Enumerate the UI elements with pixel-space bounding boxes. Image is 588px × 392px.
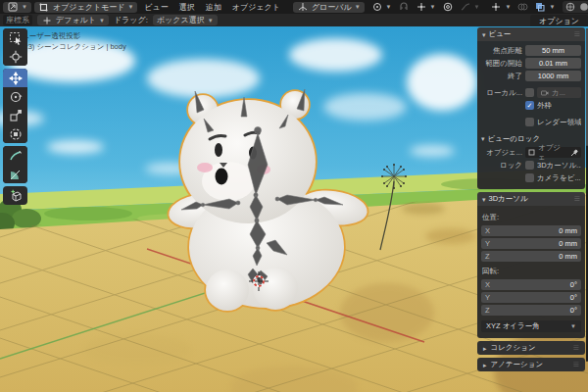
blender-window: ▼ オブジェクトモード ▼ ビュー 選択 追加 オブジェクト グローバル ▼ ▼: [0, 0, 588, 392]
local-camera-field[interactable]: カ...: [537, 87, 581, 98]
tool-annotate-button[interactable]: [3, 146, 27, 165]
orientation-setting-dropdown[interactable]: デフォルト ▼: [37, 15, 109, 25]
tool-scale-button[interactable]: [3, 106, 27, 124]
orientation-setting-value: デフォルト: [56, 15, 96, 25]
panel-drag-icon[interactable]: ☰: [573, 361, 579, 368]
annotations-panel-header[interactable]: アノテーション ☰: [477, 358, 585, 371]
active-collection-label: (23) シーンコレクション | body: [22, 41, 126, 52]
cursor-rot-y-field[interactable]: Y0°: [481, 292, 581, 303]
tool-column: [3, 28, 27, 205]
panel-drag-icon[interactable]: ☰: [574, 195, 580, 203]
chevron-down-icon: ▼: [355, 4, 361, 10]
cursor-panel-header[interactable]: 3Dカーソル ☰: [477, 192, 585, 206]
collections-panel-header[interactable]: コレクション ☰: [477, 341, 585, 355]
editor-type-icon: [7, 2, 19, 13]
menu-view[interactable]: ビュー: [140, 2, 172, 13]
camera-to-view-label: カメラをビ...: [537, 173, 581, 183]
tool-settings-bar: 座標系 デフォルト ▼ ドラッグ: ボックス選択 ▼ オプション: [0, 14, 588, 26]
focal-length-field[interactable]: 50 mm: [525, 45, 581, 56]
xray-dropdown[interactable]: ▼: [530, 2, 559, 13]
xray-icon: [534, 2, 546, 13]
transform-orientation-icon: [297, 2, 309, 13]
collapse-caret-icon: [481, 134, 485, 143]
view-perspective-label: ユーザー透視投影: [22, 30, 126, 41]
panel-drag-icon[interactable]: ☰: [573, 344, 579, 352]
clip-start-field[interactable]: 0.01 mm: [525, 58, 581, 69]
chevron-down-icon: ▼: [474, 4, 480, 10]
3d-viewport[interactable]: ユーザー透視投影 (23) シーンコレクション | body: [0, 26, 588, 392]
cursor-loc-x-field[interactable]: X0 mm: [481, 225, 581, 236]
pivot-point-icon: [371, 2, 383, 13]
menu-add[interactable]: 追加: [202, 2, 225, 13]
menu-object[interactable]: オブジェクト: [228, 2, 284, 13]
focal-length-label: 焦点距離: [481, 46, 522, 56]
tool-measure-button[interactable]: [3, 165, 27, 183]
cursor-loc-z-field[interactable]: Z0 mm: [481, 251, 581, 262]
cursor-loc-y-field[interactable]: Y0 mm: [481, 238, 581, 249]
lock-3d-cursor-label: 3Dカーソル...: [537, 161, 581, 171]
expand-caret-icon: [483, 361, 487, 369]
local-camera-checkbox[interactable]: [525, 88, 534, 97]
camera-to-view-checkbox[interactable]: [525, 173, 534, 182]
chevron-down-icon: ▼: [570, 323, 576, 329]
falloff-dropdown[interactable]: ▼: [456, 2, 484, 13]
snap-target-dropdown[interactable]: ▼: [412, 2, 440, 13]
tool-move-button[interactable]: [3, 69, 27, 87]
chevron-down-icon: ▼: [549, 4, 555, 10]
drag-setting-label: ドラッグ:: [114, 15, 148, 25]
cursor-rot-z-field[interactable]: Z0°: [481, 305, 581, 316]
snap-target-icon: [416, 2, 427, 13]
cursor-orientation-icon: [41, 15, 53, 25]
falloff-icon: [460, 2, 471, 13]
overlays-icon[interactable]: [516, 2, 528, 13]
menu-select[interactable]: 選択: [175, 2, 199, 13]
gizmo-dropdown[interactable]: ▼: [486, 2, 514, 13]
main-header: ▼ オブジェクトモード ▼ ビュー 選択 追加 オブジェクト グローバル ▼ ▼: [0, 0, 588, 14]
rotation-label: 回転:: [482, 267, 581, 276]
sidebar: ビュー ☰ 焦点距離 50 mm 範囲の開始 0.01 mm 終了 1000 m…: [477, 27, 585, 374]
drag-setting-dropdown[interactable]: ボックス選択 ▼: [153, 15, 218, 25]
panel-drag-icon[interactable]: ☰: [574, 30, 580, 38]
orientation-dropdown-label: グローバル: [312, 2, 352, 13]
eyedropper-icon[interactable]: [570, 149, 578, 157]
expand-caret-icon: [483, 344, 487, 353]
object-mode-icon: [38, 2, 50, 13]
tool-select-box-button[interactable]: [3, 28, 27, 47]
options-tab[interactable]: オプション: [530, 15, 588, 26]
chevron-down-icon: ▼: [22, 4, 27, 10]
camera-icon: [541, 90, 549, 96]
mode-dropdown[interactable]: オブジェクトモード ▼: [34, 2, 137, 13]
orientation-dropdown[interactable]: グローバル ▼: [293, 2, 365, 13]
clip-end-field[interactable]: 1000 mm: [525, 71, 581, 81]
shading-wireframe-icon[interactable]: [564, 2, 577, 13]
clip-start-label: 範囲の開始: [481, 59, 522, 69]
view-panel-title: ビュー: [489, 29, 512, 39]
frame-label: 外枠: [537, 101, 552, 111]
rotation-mode-dropdown[interactable]: XYZ オイラー角 ▼: [481, 320, 581, 332]
snap-magnet-icon[interactable]: [399, 2, 409, 13]
shading-solid-icon[interactable]: [577, 2, 588, 13]
mode-dropdown-label: オブジェクトモード: [53, 2, 125, 13]
tool-add-cube-button[interactable]: [3, 186, 27, 205]
chevron-down-icon: ▼: [127, 4, 133, 10]
view-panel-header[interactable]: ビュー ☰: [477, 27, 585, 41]
pivot-point-dropdown[interactable]: ▼: [368, 2, 396, 13]
editor-type-dropdown[interactable]: ▼: [3, 2, 31, 13]
chevron-down-icon: ▼: [386, 4, 392, 10]
cursor-panel: 3Dカーソル ☰ 位置: X0 mm Y0 mm Z0 mm 回転: X0° Y…: [477, 192, 585, 338]
chevron-down-icon: ▼: [430, 4, 436, 10]
clip-end-label: 終了: [481, 72, 522, 81]
location-label: 位置:: [482, 213, 581, 222]
cursor-rot-x-field[interactable]: X0°: [481, 279, 581, 290]
frame-checkbox[interactable]: [525, 101, 534, 110]
lock-3d-cursor-checkbox[interactable]: [525, 161, 534, 170]
tool-cursor-button[interactable]: [3, 47, 27, 66]
orientation-setting-label: 座標系: [3, 15, 32, 25]
chevron-down-icon: ▼: [208, 18, 214, 24]
tool-rotate-button[interactable]: [3, 87, 27, 106]
lock-object-field[interactable]: オブジェ: [525, 147, 581, 158]
lock-object-label: オブジェ...: [481, 148, 522, 158]
render-region-checkbox[interactable]: [525, 118, 534, 126]
tool-transform-button[interactable]: [3, 124, 27, 143]
proportional-editing-icon[interactable]: [443, 2, 453, 13]
